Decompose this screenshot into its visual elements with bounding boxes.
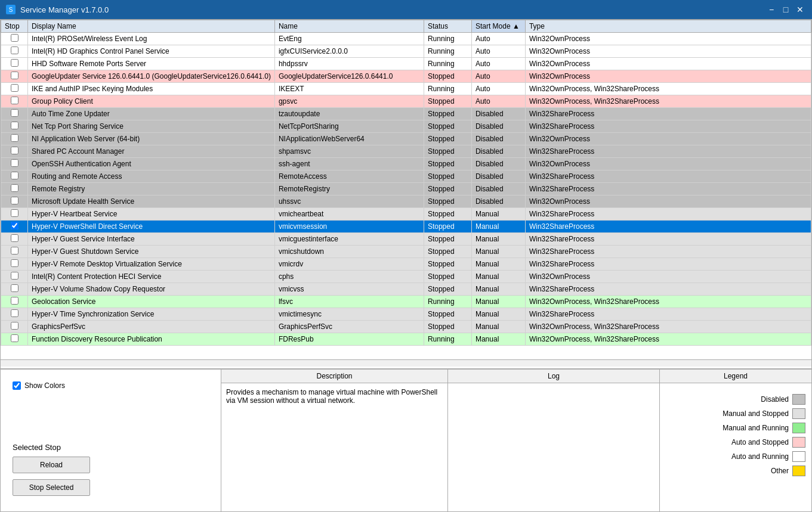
stop-cell[interactable] bbox=[1, 221, 28, 233]
stop-cell[interactable] bbox=[1, 83, 28, 95]
stop-cell[interactable] bbox=[1, 170, 28, 183]
stop-checkbox[interactable] bbox=[11, 322, 18, 330]
table-row[interactable]: Hyper-V Heartbeat ServicevmicheartbeatSt… bbox=[1, 208, 811, 221]
stop-checkbox[interactable] bbox=[11, 59, 18, 67]
stop-selected-button[interactable]: Stop Selected bbox=[13, 479, 90, 496]
stop-checkbox[interactable] bbox=[11, 234, 18, 242]
stop-checkbox[interactable] bbox=[11, 147, 18, 154]
stop-cell[interactable] bbox=[1, 183, 28, 196]
stop-cell[interactable] bbox=[1, 33, 28, 45]
name-cell: FDResPub bbox=[274, 333, 424, 346]
stop-cell[interactable] bbox=[1, 120, 28, 133]
description-tab[interactable]: Description bbox=[221, 370, 447, 383]
table-row[interactable]: Intel(R) Content Protection HECI Service… bbox=[1, 271, 811, 283]
table-header: Stop Display Name Name Status Start Mode… bbox=[1, 20, 811, 33]
stop-checkbox[interactable] bbox=[11, 34, 18, 42]
stop-cell[interactable] bbox=[1, 133, 28, 145]
stop-checkbox[interactable] bbox=[11, 184, 18, 192]
stop-cell[interactable] bbox=[1, 108, 28, 120]
stop-checkbox[interactable] bbox=[11, 46, 18, 54]
table-row[interactable]: Hyper-V Guest Service Interfacevmicguest… bbox=[1, 233, 811, 246]
col-header-startmode[interactable]: Start Mode ▲ bbox=[471, 20, 525, 33]
stop-cell[interactable] bbox=[1, 283, 28, 296]
table-row[interactable]: HHD Software Remote Ports Serverhhdpssrv… bbox=[1, 58, 811, 70]
col-header-stop[interactable]: Stop bbox=[1, 20, 28, 33]
table-row[interactable]: Hyper-V Time Synchronization Servicevmic… bbox=[1, 308, 811, 321]
table-row[interactable]: IKE and AuthIP IPsec Keying ModulesIKEEX… bbox=[1, 83, 811, 95]
name-cell: lfsvc bbox=[274, 296, 424, 308]
stop-checkbox[interactable] bbox=[11, 134, 18, 142]
table-row[interactable]: OpenSSH Authentication Agentssh-agentSto… bbox=[1, 158, 811, 170]
table-row[interactable]: Hyper-V Remote Desktop Virtualization Se… bbox=[1, 258, 811, 271]
stop-cell[interactable] bbox=[1, 95, 28, 108]
table-row[interactable]: Microsoft Update Health ServiceuhssvcSto… bbox=[1, 196, 811, 208]
table-wrapper[interactable]: Stop Display Name Name Status Start Mode… bbox=[1, 20, 811, 359]
stop-cell[interactable] bbox=[1, 246, 28, 258]
col-header-status[interactable]: Status bbox=[424, 20, 471, 33]
col-header-name[interactable]: Name bbox=[274, 20, 424, 33]
table-row[interactable]: Net Tcp Port Sharing ServiceNetTcpPortSh… bbox=[1, 120, 811, 133]
stop-cell[interactable] bbox=[1, 45, 28, 58]
stop-cell[interactable] bbox=[1, 271, 28, 283]
col-header-type[interactable]: Type bbox=[525, 20, 811, 33]
stop-checkbox[interactable] bbox=[11, 109, 18, 117]
status-cell: Stopped bbox=[424, 258, 471, 271]
stop-checkbox[interactable] bbox=[11, 172, 18, 179]
startMode-cell: Disabled bbox=[471, 196, 525, 208]
stop-checkbox[interactable] bbox=[11, 84, 18, 92]
table-row[interactable]: Hyper-V Volume Shadow Copy Requestorvmic… bbox=[1, 283, 811, 296]
displayName-cell: HHD Software Remote Ports Server bbox=[28, 58, 275, 70]
stop-checkbox[interactable] bbox=[11, 259, 18, 267]
table-row[interactable]: Hyper-V PowerShell Direct Servicevmicvms… bbox=[1, 221, 811, 233]
stop-checkbox[interactable] bbox=[11, 247, 18, 255]
stop-cell[interactable] bbox=[1, 333, 28, 346]
stop-checkbox[interactable] bbox=[11, 222, 18, 229]
table-row[interactable]: Hyper-V Guest Shutdown Servicevmicshutdo… bbox=[1, 246, 811, 258]
stop-checkbox[interactable] bbox=[11, 284, 18, 292]
table-row[interactable]: GoogleUpdater Service 126.0.6441.0 (Goog… bbox=[1, 70, 811, 83]
stop-cell[interactable] bbox=[1, 208, 28, 221]
table-row[interactable]: Function Discovery Resource PublicationF… bbox=[1, 333, 811, 346]
stop-checkbox[interactable] bbox=[11, 159, 18, 167]
stop-checkbox[interactable] bbox=[11, 97, 18, 104]
reload-button[interactable]: Reload bbox=[13, 457, 90, 473]
close-button[interactable]: ✕ bbox=[794, 4, 806, 15]
log-tab[interactable]: Log bbox=[448, 370, 659, 383]
stop-checkbox[interactable] bbox=[11, 209, 18, 217]
stop-checkbox[interactable] bbox=[11, 122, 18, 129]
table-row[interactable]: Intel(R) HD Graphics Control Panel Servi… bbox=[1, 45, 811, 58]
stop-checkbox[interactable] bbox=[11, 72, 18, 79]
table-row[interactable]: Routing and Remote AccessRemoteAccessSto… bbox=[1, 170, 811, 183]
stop-cell[interactable] bbox=[1, 233, 28, 246]
stop-cell[interactable] bbox=[1, 258, 28, 271]
stop-checkbox[interactable] bbox=[11, 309, 18, 317]
stop-cell[interactable] bbox=[1, 145, 28, 158]
stop-cell[interactable] bbox=[1, 158, 28, 170]
stop-cell[interactable] bbox=[1, 296, 28, 308]
legend-tab[interactable]: Legend bbox=[660, 370, 811, 383]
stop-checkbox[interactable] bbox=[11, 334, 18, 342]
show-colors-checkbox[interactable] bbox=[13, 381, 21, 390]
table-row[interactable]: NI Application Web Server (64-bit)NIAppl… bbox=[1, 133, 811, 145]
stop-checkbox[interactable] bbox=[11, 272, 18, 280]
maximize-button[interactable]: □ bbox=[780, 4, 792, 15]
stop-cell[interactable] bbox=[1, 321, 28, 333]
horizontal-scrollbar[interactable] bbox=[1, 359, 811, 367]
table-row[interactable]: Geolocation ServicelfsvcRunningManualWin… bbox=[1, 296, 811, 308]
table-row[interactable]: GraphicsPerfSvcGraphicsPerfSvcStoppedMan… bbox=[1, 321, 811, 333]
stop-cell[interactable] bbox=[1, 70, 28, 83]
stop-checkbox[interactable] bbox=[11, 297, 18, 305]
legend-table: DisabledManual and StoppedManual and Run… bbox=[660, 388, 811, 482]
minimize-button[interactable]: − bbox=[765, 4, 777, 15]
table-row[interactable]: Auto Time Zone UpdatertzautoupdateStoppe… bbox=[1, 108, 811, 120]
stop-checkbox[interactable] bbox=[11, 197, 18, 204]
table-row[interactable]: Group Policy ClientgpsvcStoppedAutoWin32… bbox=[1, 95, 811, 108]
stop-cell[interactable] bbox=[1, 58, 28, 70]
table-row[interactable]: Shared PC Account ManagershpamsvcStopped… bbox=[1, 145, 811, 158]
table-row[interactable]: Intel(R) PROSet/Wireless Event LogEvtEng… bbox=[1, 33, 811, 45]
col-header-display[interactable]: Display Name bbox=[28, 20, 275, 33]
table-row[interactable]: Remote RegistryRemoteRegistryStoppedDisa… bbox=[1, 183, 811, 196]
stop-cell[interactable] bbox=[1, 196, 28, 208]
stop-cell[interactable] bbox=[1, 308, 28, 321]
startMode-cell: Manual bbox=[471, 233, 525, 246]
